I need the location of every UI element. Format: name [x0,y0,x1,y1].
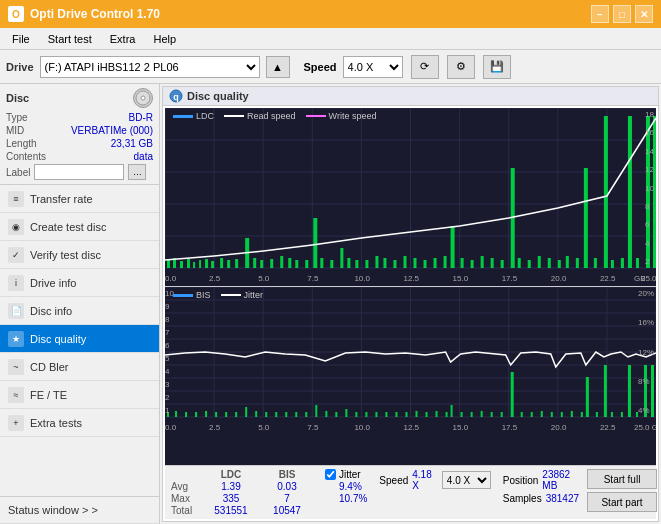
toolbar-refresh-button[interactable]: ⟳ [411,55,439,79]
svg-rect-52 [414,258,417,268]
svg-rect-22 [167,260,170,268]
svg-text:17.5: 17.5 [502,274,518,283]
disc-label-input[interactable] [34,164,124,180]
svg-text:20.0: 20.0 [551,274,567,283]
sidebar-item-fe-te[interactable]: ≈ FE / TE [0,381,159,409]
svg-rect-120 [185,412,187,417]
menu-file[interactable]: File [4,31,38,47]
svg-rect-71 [594,258,597,268]
svg-rect-34 [253,258,256,268]
position-label: Position [503,475,539,486]
sidebar-item-extra-tests[interactable]: + Extra tests [0,409,159,437]
disc-mid-label: MID [6,125,24,136]
disc-quality-panel: q Disc quality LDC Read [162,86,659,522]
speed-label-text: Speed [379,475,408,486]
sidebar-item-transfer-rate[interactable]: ≡ Transfer rate [0,185,159,213]
svg-rect-135 [335,412,337,417]
svg-text:25.0 GB: 25.0 GB [634,423,656,432]
menu-help[interactable]: Help [145,31,184,47]
drive-label: Drive [6,61,34,73]
start-part-button[interactable]: Start part [587,492,657,512]
speed-stats: Speed 4.18 X 4.0 X [379,469,490,491]
svg-rect-38 [288,258,291,268]
toolbar-settings-button[interactable]: ⚙ [447,55,475,79]
svg-rect-55 [444,256,447,268]
toolbar-save-button[interactable]: 💾 [483,55,511,79]
jitter-max-val: 10.7% [325,493,367,504]
lower-chart-y-right-12: 12% [638,348,654,357]
svg-text:15.0: 15.0 [453,423,469,432]
speed-select-stats[interactable]: 4.0 X [442,471,491,489]
minimize-button[interactable]: − [591,5,609,23]
sidebar-item-create-test-disc[interactable]: ◉ Create test disc [0,213,159,241]
close-button[interactable]: ✕ [635,5,653,23]
drive-eject-button[interactable]: ▲ [266,56,290,78]
lower-chart-y-left-3: 3 [165,380,174,389]
menu-extra[interactable]: Extra [102,31,144,47]
disc-contents-value: data [134,151,153,162]
svg-rect-29 [211,261,214,268]
menu-start-test[interactable]: Start test [40,31,100,47]
legend-ldc-label: LDC [196,111,214,121]
sidebar-item-label: Create test disc [30,221,106,233]
stats-total-bis: 10547 [261,505,313,516]
disc-panel: Disc Type BD-R MID VERBATIMe (000) Lengt… [0,84,159,185]
drive-select[interactable]: (F:) ATAPI iHBS112 2 PL06 [40,56,260,78]
svg-rect-41 [313,218,317,268]
svg-rect-40 [305,260,308,268]
svg-rect-160 [581,412,583,417]
sidebar-item-disc-info[interactable]: 📄 Disc info [0,297,159,325]
quality-header-icon: q [169,89,183,103]
jitter-checkbox[interactable] [325,469,336,480]
sidebar-item-verify-test-disc[interactable]: ✓ Verify test disc [0,241,159,269]
jitter-stats: Jitter 9.4% 10.7% [325,469,367,504]
disc-quality-icon: ★ [8,331,24,347]
disc-contents-label: Contents [6,151,46,162]
svg-rect-136 [345,409,347,417]
legend-bis-label: BIS [196,290,211,300]
sidebar-item-drive-info[interactable]: i Drive info [0,269,159,297]
svg-rect-61 [501,260,504,268]
svg-text:12.5: 12.5 [403,423,419,432]
svg-rect-42 [320,258,323,268]
maximize-button[interactable]: □ [613,5,631,23]
svg-rect-30 [220,258,223,268]
svg-rect-74 [621,258,624,268]
stats-ldc-header: LDC [205,469,257,480]
svg-rect-51 [403,256,406,268]
svg-rect-43 [330,260,333,268]
lower-chart-y-left-2: 2 [165,393,174,402]
svg-rect-158 [561,412,563,417]
disc-label-button[interactable]: … [128,164,146,180]
sidebar-item-label: Disc info [30,305,72,317]
svg-rect-162 [596,412,598,417]
svg-rect-37 [280,256,283,268]
stats-avg-bis: 0.03 [261,481,313,492]
svg-rect-32 [235,259,238,268]
svg-rect-131 [295,412,297,417]
svg-text:22.5: 22.5 [600,423,616,432]
sidebar-item-disc-quality[interactable]: ★ Disc quality [0,325,159,353]
svg-rect-123 [215,412,217,417]
lower-chart-y-left-9: 9 [165,302,174,311]
svg-rect-140 [385,412,387,417]
content-area: q Disc quality LDC Read [160,84,661,524]
svg-rect-124 [225,412,227,417]
speed-select[interactable]: 4.0 X [343,56,403,78]
sidebar-item-status-window[interactable]: Status window > > [0,496,159,524]
svg-rect-66 [548,258,551,268]
fe-te-icon: ≈ [8,387,24,403]
svg-rect-159 [571,411,573,417]
svg-rect-134 [325,411,327,417]
svg-rect-39 [295,260,298,268]
svg-rect-63 [518,258,521,268]
start-full-button[interactable]: Start full [587,469,657,489]
menubar: File Start test Extra Help [0,28,661,50]
svg-rect-73 [611,260,614,268]
svg-rect-119 [175,411,177,417]
svg-rect-60 [491,258,494,268]
lower-chart-y-left-7: 7 [165,328,174,337]
svg-text:20.0: 20.0 [551,423,567,432]
sidebar-item-cd-bler[interactable]: ~ CD Bler [0,353,159,381]
drive-info-icon: i [8,275,24,291]
